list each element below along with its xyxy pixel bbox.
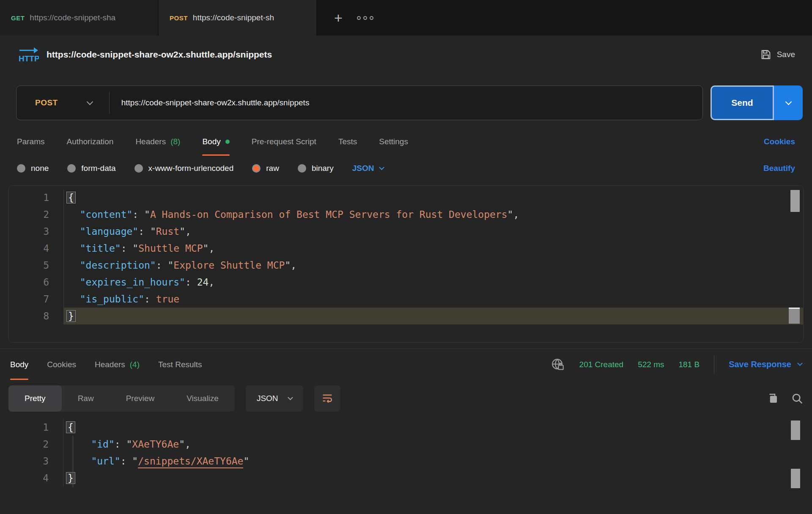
code-token: "	[203, 243, 209, 254]
scrollbar-cursor-marker[interactable]	[789, 308, 800, 324]
mode-none[interactable]: none	[17, 164, 49, 173]
response-toolbar: Pretty Raw Preview Visualize JSON	[0, 380, 812, 413]
radio-icon	[67, 164, 76, 173]
code-token: "	[150, 226, 156, 237]
code-token: true	[156, 294, 179, 305]
tab-pre-request-script[interactable]: Pre-request Script	[252, 128, 316, 156]
status-badge[interactable]: 201 Created	[579, 360, 624, 369]
code-content: "id": "XAeTY6Ae",	[63, 436, 804, 453]
mode-binary[interactable]: binary	[298, 164, 334, 173]
mode-raw[interactable]: raw	[252, 164, 279, 173]
line-number: 3	[9, 223, 64, 240]
mode-x-www-form-urlencoded[interactable]: x-www-form-urlencoded	[134, 164, 234, 173]
view-visualize[interactable]: Visualize	[170, 385, 235, 412]
code-line[interactable]: 7 "is_public": true	[9, 291, 803, 308]
code-token	[68, 260, 80, 271]
line-number: 8	[9, 308, 64, 324]
view-preview[interactable]: Preview	[110, 385, 171, 412]
code-line[interactable]: 3 "url": "/snippets/XAeTY6Ae"	[8, 453, 804, 470]
cookies-link[interactable]: Cookies	[764, 137, 795, 146]
response-tab-test-results[interactable]: Test Results	[158, 349, 202, 380]
save-response-button[interactable]: Save Response	[729, 360, 802, 369]
code-token: "description"	[80, 260, 156, 271]
tab-label: Tests	[338, 137, 357, 146]
code-content: "title": "Shuttle MCP",	[64, 240, 803, 257]
search-button[interactable]	[791, 392, 804, 405]
response-tab-body[interactable]: Body	[10, 349, 28, 380]
response-size[interactable]: 181 B	[678, 360, 700, 369]
tab-headers[interactable]: Headers (8)	[135, 128, 180, 156]
tab-authorization[interactable]: Authorization	[66, 128, 113, 156]
tab-tests[interactable]: Tests	[338, 128, 357, 156]
snippet-url-link[interactable]: /snippets/XAeTY6Ae	[138, 456, 243, 468]
line-number: 4	[9, 240, 64, 257]
response-body-editor[interactable]: 1{2 "id": "XAeTY6Ae",3 "url": "/snippets…	[8, 419, 804, 503]
request-header: HTTP https://code-snippet-share-ow2x.shu…	[0, 36, 812, 74]
request-tab-post[interactable]: POST https://code-snippet-sh	[159, 0, 317, 36]
window-tab-bar: GET https://code-snippet-sha POST https:…	[0, 0, 812, 36]
response-tab-cookies[interactable]: Cookies	[47, 349, 76, 380]
code-line[interactable]: 4 "title": "Shuttle MCP",	[9, 240, 803, 257]
code-token: "id"	[91, 439, 114, 450]
code-token	[68, 209, 80, 220]
code-line[interactable]: 1{	[9, 189, 803, 206]
response-time[interactable]: 522 ms	[638, 360, 664, 369]
mode-form-data[interactable]: form-data	[67, 164, 115, 173]
chevron-down-icon	[797, 360, 803, 366]
network-globe-lock-icon[interactable]	[551, 357, 565, 372]
code-token: :	[121, 456, 132, 467]
save-label: Save	[777, 50, 795, 59]
new-tab-button[interactable]: +	[334, 11, 343, 25]
radio-icon	[134, 164, 143, 173]
line-number: 5	[9, 257, 64, 274]
tab-title: https://code-snippet-sh	[193, 13, 274, 22]
scrollbar-thumb[interactable]	[791, 469, 800, 488]
copy-icon	[766, 392, 779, 405]
tab-settings[interactable]: Settings	[379, 128, 408, 156]
request-tab-get[interactable]: GET https://code-snippet-sha	[0, 0, 159, 36]
code-line[interactable]: 3 "language": "Rust",	[9, 223, 803, 240]
send-button-group: Send	[710, 85, 803, 120]
scrollbar-thumb[interactable]	[791, 421, 800, 440]
save-button[interactable]: Save	[760, 49, 795, 60]
code-line[interactable]: 4}	[8, 470, 804, 487]
code-token: :	[185, 277, 197, 288]
code-line[interactable]: 8}	[9, 308, 803, 324]
mode-label: raw	[266, 164, 279, 173]
code-line[interactable]: 5 "description": "Explore Shuttle MCP",	[9, 257, 803, 274]
indent-guide	[73, 436, 73, 487]
view-pretty[interactable]: Pretty	[8, 385, 62, 412]
code-line[interactable]: 2 "content": "A Hands-on Comparison of B…	[9, 206, 803, 223]
code-line[interactable]: 2 "id": "XAeTY6Ae",	[8, 436, 804, 453]
code-line[interactable]: 6 "expires_in_hours": 24,	[9, 274, 803, 291]
method-select[interactable]: POST	[16, 86, 109, 120]
code-token: Shuttle MCP	[138, 243, 203, 254]
code-token: "	[144, 209, 150, 220]
tab-params[interactable]: Params	[17, 128, 44, 156]
raw-language-select[interactable]: JSON	[352, 164, 384, 173]
code-content: "content": "A Hands-on Comparison of Bes…	[64, 206, 803, 223]
request-title: https://code-snippet-share-ow2x.shuttle.…	[47, 49, 760, 60]
tab-label: Pre-request Script	[252, 137, 316, 146]
code-line[interactable]: 1{	[8, 419, 804, 436]
copy-button[interactable]	[766, 392, 779, 405]
wrap-line-button[interactable]	[314, 385, 340, 412]
code-token: Rust	[156, 226, 179, 237]
request-body-editor[interactable]: 1{2 "content": "A Hands-on Comparison of…	[8, 185, 804, 343]
send-options-button[interactable]	[774, 85, 803, 120]
send-button[interactable]: Send	[710, 85, 774, 120]
code-token: :	[115, 439, 126, 450]
tab-options-icon[interactable]	[357, 16, 373, 20]
code-content: "language": "Rust",	[64, 223, 803, 240]
response-tab-headers[interactable]: Headers (4)	[95, 349, 140, 380]
scrollbar-thumb[interactable]	[790, 190, 800, 212]
view-raw[interactable]: Raw	[62, 385, 110, 412]
tab-title: https://code-snippet-sha	[30, 13, 115, 22]
tab-body[interactable]: Body	[202, 128, 229, 156]
mode-label: binary	[312, 164, 334, 173]
code-content: {	[63, 419, 804, 436]
url-input[interactable]	[110, 98, 702, 107]
tab-label: Params	[17, 137, 44, 146]
response-format-select[interactable]: JSON	[246, 385, 303, 412]
beautify-link[interactable]: Beautify	[763, 164, 795, 173]
